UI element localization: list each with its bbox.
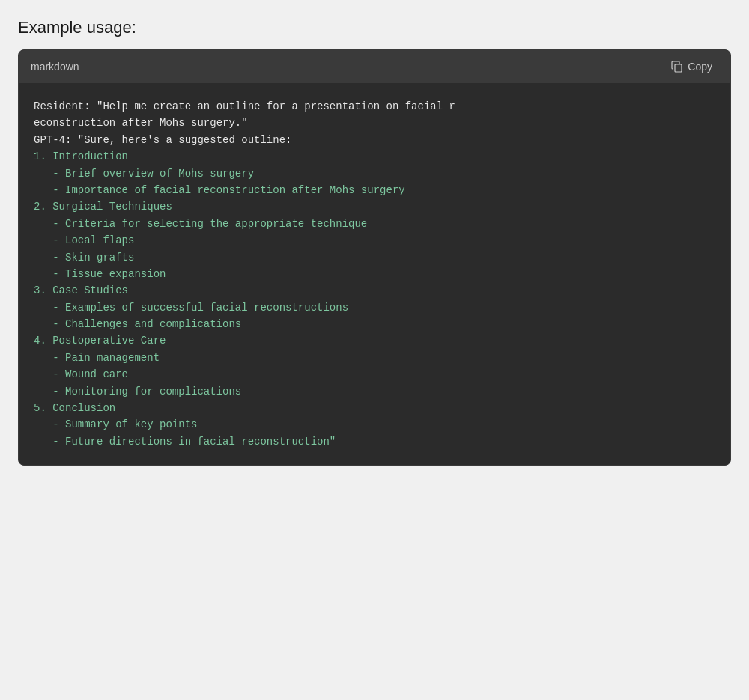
- code-line: 3. Case Studies: [34, 284, 128, 296]
- code-content-area: Resident: "Help me create an outline for…: [19, 83, 730, 465]
- code-lang-label: markdown: [31, 61, 79, 73]
- code-line: - Summary of key points: [34, 419, 197, 430]
- code-line: - Local flaps: [34, 234, 134, 246]
- code-line: 5. Conclusion: [34, 402, 115, 414]
- code-block-container: markdown Copy Resident: "Help me create …: [18, 49, 731, 466]
- code-line: - Future directions in facial reconstruc…: [34, 436, 336, 448]
- copy-button-label: Copy: [688, 61, 712, 73]
- code-line: - Wound care: [34, 368, 128, 380]
- code-line: Resident: "Help me create an outline for…: [34, 100, 455, 112]
- code-line: - Examples of successful facial reconstr…: [34, 302, 348, 314]
- code-line: 4. Postoperative Care: [34, 335, 166, 347]
- code-line: - Importance of facial reconstruction af…: [34, 184, 405, 196]
- code-line: - Tissue expansion: [34, 268, 166, 280]
- code-line: 1. Introduction: [34, 150, 128, 162]
- code-block-header: markdown Copy: [19, 50, 730, 83]
- code-line: - Monitoring for complications: [34, 386, 241, 398]
- code-line: - Brief overview of Mohs surgery: [34, 168, 254, 180]
- code-line: GPT-4: "Sure, here's a suggested outline…: [34, 134, 291, 146]
- svg-rect-0: [675, 64, 682, 72]
- code-line: - Pain management: [34, 352, 160, 364]
- copy-button[interactable]: Copy: [665, 58, 718, 76]
- code-line: econstruction after Mohs surgery.": [34, 117, 248, 129]
- code-line: - Challenges and complications: [34, 318, 241, 330]
- code-line: - Criteria for selecting the appropriate…: [34, 218, 367, 230]
- code-line: 2. Surgical Techniques: [34, 201, 172, 213]
- page-title: Example usage:: [18, 18, 731, 37]
- copy-icon: [671, 61, 683, 73]
- code-line: - Skin grafts: [34, 252, 134, 264]
